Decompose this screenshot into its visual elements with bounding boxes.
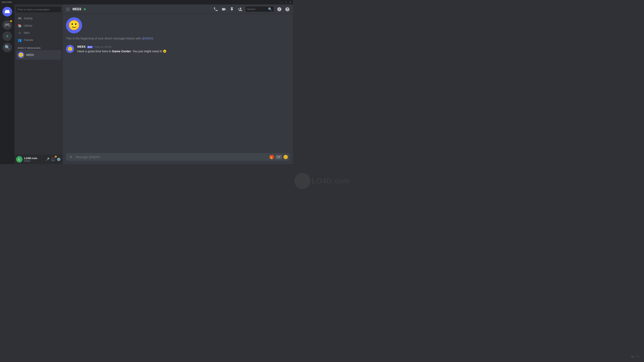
- input-actions: 🎁 GIF 😊: [269, 155, 288, 159]
- settings-button[interactable]: ⚙️: [56, 157, 61, 162]
- mee6-avatar: 🙂: [18, 52, 24, 58]
- server-sidebar: 🎮 ! + 🔍: [0, 4, 14, 164]
- search-input-header[interactable]: [247, 8, 267, 11]
- add-server-button[interactable]: +: [2, 31, 12, 41]
- minimize-button[interactable]: —: [281, 1, 283, 3]
- sidebar-item-activity[interactable]: 🎮 Activity: [16, 15, 61, 22]
- titlebar: DISCORD — □ ✕: [0, 0, 293, 4]
- emoji-button[interactable]: 😊: [283, 155, 288, 159]
- chat-welcome: 🙂 This is the beginning of your direct m…: [66, 17, 290, 40]
- message-content: MEE6 BOT Today at 3:38 AM Have a great t…: [77, 45, 290, 54]
- message-text: Have a great time here in Game Center. Y…: [77, 49, 290, 54]
- explore-button[interactable]: 🔍: [2, 43, 12, 52]
- online-indicator: [22, 56, 24, 58]
- message-timestamp: Today at 3:38 AM: [94, 46, 112, 48]
- chat-messages: 🙂 This is the beginning of your direct m…: [63, 14, 293, 150]
- user-discriminator: #3212: [24, 160, 44, 162]
- pinned-messages-button[interactable]: [230, 7, 234, 12]
- chat-header: @ MEE6 🔍: [63, 4, 293, 14]
- channel-name: MEE6: [72, 7, 81, 11]
- server-icon-game[interactable]: 🎮 !: [2, 20, 12, 30]
- search-input[interactable]: [16, 7, 61, 12]
- mute-button[interactable]: 🎤: [45, 157, 50, 162]
- start-video-call-button[interactable]: [222, 7, 226, 12]
- start-voice-call-button[interactable]: [213, 7, 218, 12]
- dm-list-item-mee6[interactable]: 🙂 MEE6: [16, 50, 61, 60]
- gift-button[interactable]: 🎁: [269, 155, 274, 159]
- message-avatar: 🙂: [66, 45, 74, 53]
- nitro-icon: ⊙: [18, 31, 22, 35]
- chat-input-box: + 🎁 GIF 😊: [66, 153, 290, 161]
- maximize-button[interactable]: □: [285, 1, 288, 3]
- sidebar-item-library[interactable]: 📚 Library: [16, 22, 61, 29]
- app-body: 🎮 ! + 🔍 🎮 Activity 📚 Library: [0, 4, 293, 164]
- help-button[interactable]: [285, 7, 290, 12]
- user-avatar[interactable]: L: [16, 156, 22, 162]
- add-member-button[interactable]: [238, 7, 242, 12]
- dm-username-mee6: MEE6: [26, 53, 34, 56]
- bot-badge: BOT: [87, 46, 93, 48]
- library-icon: 📚: [18, 23, 22, 27]
- online-status-indicator: [84, 8, 86, 10]
- message-input[interactable]: [76, 153, 268, 161]
- user-controls: 🎤 🎧 ! ⚙️: [45, 157, 61, 162]
- close-button[interactable]: ✕: [289, 1, 292, 3]
- at-symbol: @: [66, 7, 70, 11]
- dm-search-area: [14, 4, 63, 15]
- gif-button[interactable]: GIF: [276, 155, 282, 159]
- chat-input-area: + 🎁 GIF 😊: [63, 150, 293, 164]
- app-title: DISCORD: [2, 1, 12, 3]
- chat-area: @ MEE6 🔍: [63, 4, 293, 164]
- search-bar: 🔍: [246, 6, 274, 12]
- friends-icon: 👥: [18, 38, 22, 42]
- dm-sidebar: 🎮 Activity 📚 Library ⊙ Nitro 👥 Friends D…: [14, 4, 63, 164]
- deafen-button[interactable]: 🎧 !: [51, 157, 56, 162]
- message-header: MEE6 BOT Today at 3:38 AM: [77, 45, 290, 48]
- search-icon: 🔍: [268, 7, 272, 11]
- sidebar-item-friends[interactable]: 👥 Friends: [16, 36, 61, 44]
- home-button[interactable]: [2, 7, 12, 16]
- username: LO4D.com: [24, 157, 44, 160]
- window-controls: — □ ✕: [281, 1, 292, 3]
- activity-icon: 🎮: [18, 16, 22, 20]
- add-file-button[interactable]: +: [68, 154, 74, 160]
- server-divider: [4, 18, 10, 18]
- dm-section-header: DIRECT MESSAGES: [14, 44, 63, 50]
- dm-nav: 🎮 Activity 📚 Library ⊙ Nitro 👥 Friends: [14, 15, 63, 44]
- welcome-text: This is the beginning of your direct mes…: [66, 37, 154, 40]
- message-author: MEE6: [77, 45, 86, 48]
- header-actions: 🔍: [213, 6, 290, 12]
- user-info: LO4D.com #3212: [24, 157, 44, 162]
- inbox-button[interactable]: [277, 7, 282, 12]
- welcome-avatar: 🙂: [66, 17, 82, 33]
- sidebar-item-nitro[interactable]: ⊙ Nitro: [16, 29, 61, 36]
- message-group: 🙂 MEE6 BOT Today at 3:38 AM Have a great…: [66, 45, 290, 54]
- notification-dot: !: [10, 20, 12, 22]
- user-area: L LO4D.com #3212 🎤 🎧 ! ⚙️: [14, 154, 63, 164]
